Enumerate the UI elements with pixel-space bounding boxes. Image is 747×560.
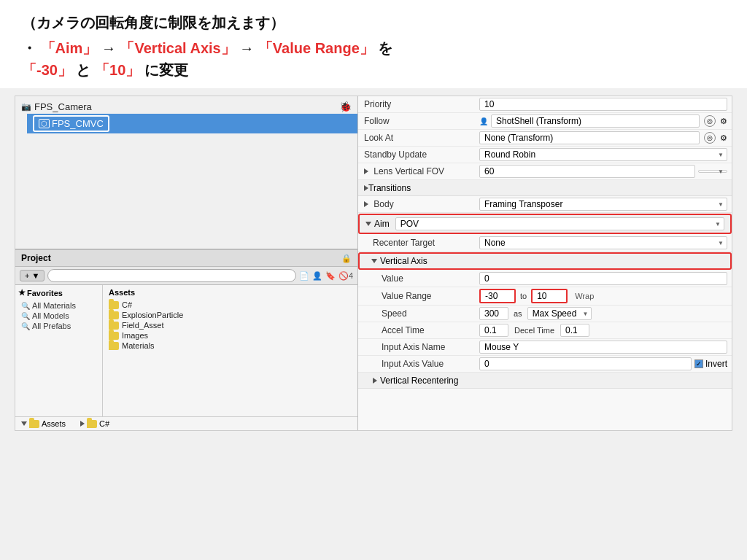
input-axis-value-field[interactable]: 0 — [479, 357, 692, 370]
lens-fov-dropdown[interactable] — [698, 170, 727, 173]
row-look-at: Look At None (Transform) ◎ ⚙ — [358, 130, 732, 147]
accel-time-value[interactable]: 0.1 — [479, 324, 508, 337]
folder-explosion-label: ExplosionParticle — [122, 311, 183, 319]
search-icon-prefabs: 🔍 — [21, 322, 30, 330]
csharp-root-label: C# — [99, 419, 109, 428]
folder-icon-images — [109, 332, 119, 340]
csharp-tree-item[interactable]: C# — [77, 419, 112, 429]
search-input[interactable] — [47, 269, 296, 282]
icon-page[interactable]: 📄 — [299, 271, 309, 281]
standby-update-dropdown[interactable]: Round Robin — [479, 148, 727, 161]
fav-prefabs-label: All Prefabs — [32, 322, 71, 330]
decel-time-value[interactable]: 0.1 — [560, 324, 589, 337]
look-at-target-icon[interactable]: ◎ — [704, 132, 716, 144]
accel-time-label: Accel Time — [358, 323, 475, 338]
recenter-target-dropdown[interactable]: None — [479, 236, 727, 249]
look-at-value[interactable]: None (Transform) — [479, 131, 700, 144]
priority-value[interactable]: 10 — [479, 98, 727, 111]
follow-value[interactable]: ShotShell (Transform) — [491, 114, 700, 128]
folder-materials[interactable]: Materials — [109, 341, 352, 351]
look-at-gear-icon[interactable]: ⚙ — [720, 133, 727, 143]
aim-dropdown[interactable]: POV — [395, 217, 724, 230]
main-content: 📷 FPS_Camera 🐞 ⬡ FPS_CMVC Project 🔒 — [15, 96, 732, 431]
body-label: Body — [358, 197, 475, 211]
fps-cmvc-outline: ⬡ FPS_CMVC — [33, 115, 109, 132]
invert-checkbox[interactable]: ✓ — [694, 359, 703, 368]
folder-field[interactable]: Field_Asset — [109, 320, 352, 330]
lens-fov-label: Lens Vertical FOV — [358, 164, 475, 179]
accel-decel-container: 0.1 Decel Time 0.1 — [475, 322, 732, 338]
recenter-target-label: Recenter Target — [358, 236, 475, 250]
folder-explosion[interactable]: ExplosionParticle — [109, 310, 352, 320]
folder-field-label: Field_Asset — [122, 321, 163, 330]
speed-value[interactable]: 300 — [479, 307, 508, 320]
hierarchy-section: 📷 FPS_Camera 🐞 ⬡ FPS_CMVC — [15, 96, 357, 249]
speed-type-dropdown[interactable]: Max Speed — [527, 307, 592, 320]
section-vertical-recentering[interactable]: Vertical Recentering — [358, 373, 732, 389]
to-text: と — [76, 62, 95, 78]
body-dropdown[interactable]: Framing Transposer — [479, 198, 727, 211]
assets-root-label: Assets — [42, 419, 66, 428]
folder-materials-label: Materials — [122, 341, 155, 350]
highlight-vertical: 「Vertical Axis」 — [120, 40, 235, 56]
add-button[interactable]: + ▼ — [20, 270, 44, 281]
expand-icon-assets — [21, 421, 27, 426]
lens-fov-value[interactable]: 60 — [479, 165, 695, 178]
bullet: ・ — [22, 40, 36, 56]
project-body: ★ Favorites 🔍 All Materials 🔍 All Models… — [15, 285, 357, 416]
value-label: Value — [358, 271, 475, 286]
lock-icon[interactable]: 🔒 — [341, 254, 352, 263]
value-field[interactable]: 0 — [479, 272, 727, 285]
fps-cmvc-label: FPS_CMVC — [52, 118, 104, 129]
fav-materials-label: All Materials — [32, 301, 76, 310]
lens-fov-expand-icon — [364, 168, 368, 174]
value-range-label: Value Range — [358, 289, 475, 303]
vertical-recentering-expand-icon — [373, 378, 377, 384]
folder-csharp[interactable]: C# — [109, 300, 352, 310]
input-axis-name-value[interactable]: Mouse Y — [479, 341, 727, 354]
hierarchy-item-fps-cmvc[interactable]: ⬡ FPS_CMVC — [27, 114, 357, 133]
follow-label: Follow — [358, 114, 475, 128]
assets-panel-header: Assets — [109, 288, 352, 297]
section-transitions[interactable]: Transitions — [358, 180, 732, 196]
follow-target-icon[interactable]: ◎ — [704, 115, 716, 127]
follow-gear-icon[interactable]: ⚙ — [720, 117, 727, 126]
favorites-panel: ★ Favorites 🔍 All Materials 🔍 All Models… — [15, 285, 103, 416]
fps-camera-label: FPS_Camera — [34, 101, 92, 112]
left-panel: 📷 FPS_Camera 🐞 ⬡ FPS_CMVC Project 🔒 — [15, 96, 358, 430]
instruction-body: ・ 「Aim」 → 「Vertical Axis」 → 「Value Range… — [22, 37, 725, 81]
value-range-to: to — [520, 292, 527, 300]
speed-as-label: as — [514, 309, 522, 318]
hierarchy-item-fps-camera[interactable]: 📷 FPS_Camera 🐞 — [15, 99, 357, 114]
row-lens-fov: Lens Vertical FOV 60 — [358, 163, 732, 180]
section-aim[interactable]: Aim POV — [358, 214, 732, 234]
priority-value-container: 10 — [475, 96, 732, 112]
fav-all-materials[interactable]: 🔍 All Materials — [18, 300, 99, 311]
follow-value-container: 👤 ShotShell (Transform) ◎ ⚙ — [475, 113, 732, 129]
folder-icon-explosion — [109, 311, 119, 319]
arrow2: → — [239, 40, 258, 56]
assets-tree-item[interactable]: Assets — [18, 419, 69, 429]
highlight-10: 「10」 — [95, 62, 140, 78]
standby-update-label: Standby Update — [358, 147, 475, 162]
fav-all-models[interactable]: 🔍 All Models — [18, 311, 99, 321]
project-header-right: 🔒 — [341, 254, 352, 263]
fav-all-prefabs[interactable]: 🔍 All Prefabs — [18, 321, 99, 331]
wo: を — [378, 40, 392, 56]
value-range-container: -30 to 10 Wrap — [475, 287, 732, 305]
invert-checkbox-item[interactable]: ✓ Invert — [694, 359, 727, 369]
folder-images[interactable]: Images — [109, 330, 352, 341]
value-range-max[interactable]: 10 — [531, 289, 568, 303]
icon-bookmark[interactable]: 🔖 — [325, 271, 336, 281]
vertical-recentering-label: Vertical Recentering — [380, 376, 458, 386]
aim-label: Aim — [374, 219, 390, 229]
folder-icon-materials — [109, 342, 119, 350]
icon-filter[interactable]: 🚫4 — [338, 271, 353, 281]
section-vertical-axis[interactable]: Vertical Axis — [358, 252, 732, 270]
vertical-axis-expand-icon — [371, 259, 377, 263]
folder-icon-assets-root — [29, 420, 39, 428]
input-axis-name-label: Input Axis Name — [358, 340, 475, 354]
follow-person-icon: 👤 — [479, 117, 488, 125]
value-range-min[interactable]: -30 — [479, 289, 516, 303]
icon-person[interactable]: 👤 — [312, 271, 322, 281]
